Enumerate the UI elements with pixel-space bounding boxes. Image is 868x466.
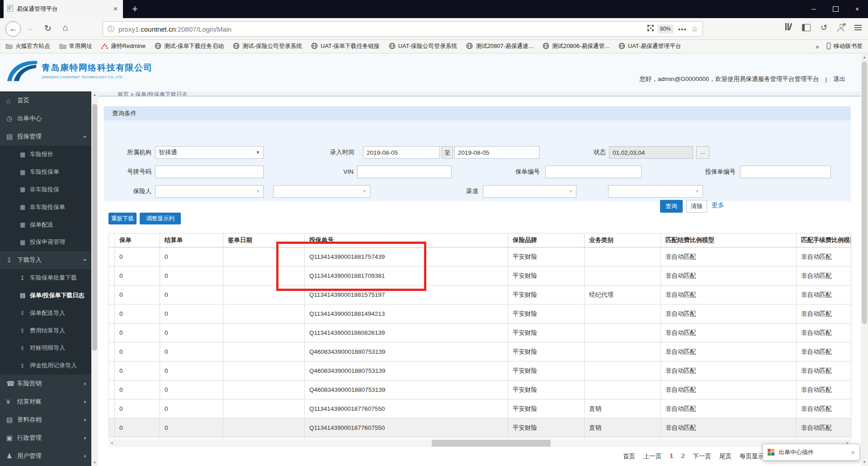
table-row[interactable]: 00Q460834390001880753139平安财险非自动匹配非自动匹配 [109,361,851,380]
pagination-item[interactable]: 上一页 [643,452,662,461]
clear-button[interactable]: 清除 [686,200,707,213]
pagination-item[interactable]: 1 [670,452,673,461]
bookmark-item[interactable]: 康特Redmine [101,43,146,50]
table-column-header[interactable]: 保单 [115,233,160,247]
plugin-popup[interactable]: 出单中心插件 × [763,444,860,461]
bookmark-star-icon[interactable]: ☆ [691,24,698,34]
reload-button[interactable]: ↻ [44,23,52,33]
sidebar-toggle-icon[interactable] [802,24,811,31]
bookmark-item[interactable]: 火狐官方站点 [5,43,50,50]
date-to-input[interactable] [454,146,540,159]
sidebar-subitem[interactable]: ▤保单/投保单下载日志 [0,287,91,304]
policy-no-input[interactable] [545,166,642,178]
window-close-button[interactable]: × [846,0,868,18]
sidebar-item[interactable]: ¥结算对账› [0,393,91,411]
sidebar-item[interactable]: ⌂首页 [0,91,91,109]
close-icon[interactable]: × [851,448,855,456]
zoom-level-badge[interactable]: 80% [657,24,674,33]
date-from-input[interactable] [363,146,440,159]
more-link[interactable]: 更多 [712,201,724,209]
bookmark-item[interactable]: 测试-保单下载任务启动 [155,43,224,51]
browser-tab[interactable]: 易保通管理平台 × [4,0,123,18]
sidebar-subitem[interactable]: ⇪押金抵用记录导入 [0,357,91,375]
qr-code-icon[interactable] [647,25,654,33]
pagination-item[interactable]: 2 [681,452,685,461]
sidebar-item[interactable]: ☎车险营销› [0,375,91,393]
table-row[interactable]: 00Q113414390001880826139平安财险非自动匹配非自动匹配 [109,323,851,342]
pagination-item[interactable]: 尾页 [719,452,731,461]
bookmark-item[interactable]: UAT-易保通管理平台 [618,43,681,51]
table-row[interactable]: 00Q113414390001881709381平安财险非自动匹配非自动匹配 [109,266,851,285]
scrollbar-thumb[interactable] [92,104,97,351]
sidebar-subitem[interactable]: ▦车险投保单 [0,163,91,181]
table-row[interactable]: 00Q460834390001880753139平安财险非自动匹配非自动匹配 [109,380,851,399]
mobile-bookmarks-item[interactable]: 移动版书签 [826,43,863,51]
logout-link[interactable]: 退出 [833,75,845,83]
scroll-up-icon[interactable]: ▲ [861,55,868,59]
scroll-down-icon[interactable]: ▼ [91,461,98,465]
sidebar-item[interactable]: ◷出单中心 [0,109,91,128]
sidebar-subitem[interactable]: ↧车险保单批量下载 [0,269,91,287]
table-column-header[interactable]: 匹配手续费比例模型 [797,233,851,247]
sidebar-subitem[interactable]: ▦投保申请管理 [0,233,91,251]
insurer-sub-select[interactable]: ▼ [273,185,370,198]
url-text[interactable]: proxy1.countnet.cn:20807/Login/Main [118,25,644,33]
sidebar-item[interactable]: ▤资料存档› [0,411,91,429]
vin-input[interactable] [357,166,452,178]
bookmark-item[interactable]: UAT-保险公司登录系统 [389,43,458,51]
scroll-down-icon[interactable]: ▼ [861,460,868,464]
hscrollbar-thumb[interactable] [432,440,551,447]
status-input[interactable] [609,146,693,159]
sidebar-subitem[interactable]: ⇪对账明细导入 [0,339,91,357]
site-info-icon[interactable]: ⓘ [108,25,114,33]
sidebar-subitem[interactable]: ⇪费用结算导入 [0,322,91,339]
sidebar-item[interactable]: ♟用户管理› [0,447,91,465]
back-button[interactable]: ← [5,21,21,37]
redownload-button[interactable]: 重新下载 [108,213,137,224]
new-tab-button[interactable]: + [132,2,138,16]
scrollbar-thumb[interactable] [862,62,867,324]
bookmark-item[interactable]: 测试20806-易保通管... [542,43,609,51]
sidebar-item[interactable]: ⇩下载导入› [0,251,91,269]
sync-icon[interactable]: ↺ [821,23,827,33]
org-select[interactable]: 智择通▼ [155,146,264,159]
page-scrollbar[interactable]: ▲ ▼ [861,53,868,466]
search-button[interactable]: 查询 [660,200,683,213]
bookmark-item[interactable]: UAT-保单下载任务链接 [311,43,380,51]
sidebar-subitem[interactable]: ▦车险报价 [0,146,91,163]
pagination-item[interactable]: 下一页 [693,452,712,461]
bookmarks-overflow-icon[interactable]: » [816,43,819,50]
sidebar-item[interactable]: ▣行政管理› [0,429,91,447]
sidebar-scrollbar[interactable]: ▲ ▼ [91,91,98,466]
sidebar-subitem[interactable]: ▦非车险投保 [0,181,91,199]
table-row[interactable]: 00Q113414390001881757439平安财险非自动匹配非自动匹配 [109,247,851,266]
table-column-header[interactable]: 业务类别 [585,233,661,247]
library-icon[interactable] [785,23,792,32]
sidebar-item[interactable]: ▤投保管理› [0,128,91,146]
table-row[interactable]: 00Q113414390001881494213平安财险非自动匹配非自动匹配 [109,304,851,323]
channel-select[interactable]: ▼ [483,185,576,198]
window-minimize-button[interactable]: ─ [803,0,825,18]
table-row[interactable]: 00Q113414390001877607550平安财险直销非自动匹配非自动匹配 [109,418,851,437]
page-actions-icon[interactable]: ••• [678,25,687,33]
account-icon[interactable] [837,24,844,31]
table-column-header[interactable]: 匹配结费比例模型 [661,233,797,247]
horizontal-scrollbar[interactable]: ‹ › [108,439,851,447]
adjust-columns-button[interactable]: 调整显示列 [140,213,181,224]
pagination-item[interactable]: 首页 [623,452,635,461]
forward-button[interactable]: → [25,24,34,33]
sidebar-subitem[interactable]: ▦非车险投保单 [0,198,91,216]
bookmark-item[interactable]: 常用网址 [59,43,92,50]
insurer-select[interactable]: ▼ [155,185,264,198]
url-bar[interactable]: ⓘ proxy1.countnet.cn:20807/Login/Main 80… [103,21,703,37]
bookmark-item[interactable]: 测试-保险公司登录系统 [233,43,302,51]
table-row[interactable]: 00Q113414390001877607550平安财险直销非自动匹配非自动匹配 [109,399,851,418]
channel-sub-select[interactable]: ▼ [608,185,703,198]
tab-close-icon[interactable]: × [112,5,119,13]
application-no-input[interactable] [740,166,831,178]
hamburger-menu-icon[interactable] [854,24,862,32]
table-column-header[interactable]: 结算单 [160,233,223,247]
window-maximize-button[interactable] [825,0,846,18]
table-row[interactable]: 00Q460834390001880753139平安财险非自动匹配非自动匹配 [109,342,851,361]
plate-input[interactable] [155,166,264,178]
